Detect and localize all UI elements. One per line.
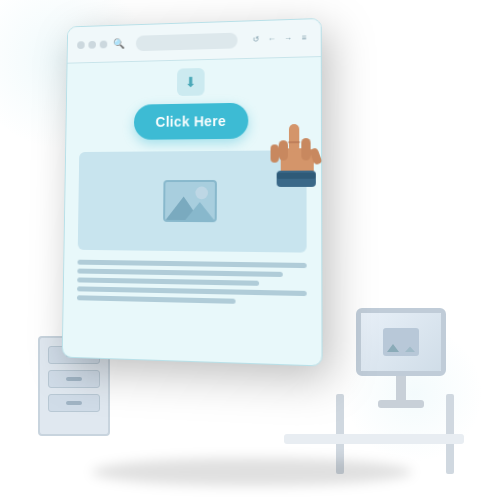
tl-dot-1 (77, 41, 85, 49)
monitor-screen (356, 308, 446, 376)
text-lines (77, 260, 307, 306)
cabinet-drawer-3 (48, 394, 100, 412)
cabinet-drawer-2 (48, 370, 100, 388)
traffic-lights (77, 40, 107, 49)
browser-topbar: 🔍 ↺ ← → ≡ (68, 19, 321, 64)
click-here-button[interactable]: Click Here (134, 103, 248, 140)
download-symbol: ⬇ (185, 74, 197, 90)
download-area: ⬇ (67, 57, 321, 102)
monitor-display (361, 313, 441, 371)
download-icon[interactable]: ⬇ (177, 68, 205, 96)
refresh-icon[interactable]: ↺ (250, 33, 262, 45)
monitor-base (378, 400, 424, 408)
text-line-1 (78, 260, 307, 268)
tl-dot-3 (100, 40, 108, 48)
browser-search-bar[interactable] (136, 32, 238, 51)
svg-rect-8 (271, 144, 279, 162)
svg-rect-12 (277, 173, 316, 179)
search-icon: 🔍 (113, 38, 125, 49)
scene-shadow (92, 458, 412, 486)
text-line-5 (77, 295, 236, 304)
svg-rect-7 (279, 140, 288, 160)
hand-cursor (260, 114, 343, 196)
text-line-4 (77, 286, 307, 296)
desk-surface (284, 434, 464, 444)
hand-cursor-svg (260, 114, 343, 196)
scene: 🔍 ↺ ← → ≡ ⬇ Click Here (0, 0, 504, 504)
image-frame (163, 180, 217, 222)
back-icon[interactable]: ← (266, 33, 278, 45)
tl-dot-2 (88, 40, 96, 48)
forward-icon[interactable]: → (282, 32, 294, 44)
monitor-image-icon (383, 328, 419, 356)
browser-toolbar: ↺ ← → ≡ (250, 32, 311, 46)
svg-point-1 (195, 187, 208, 200)
text-line-2 (77, 269, 282, 277)
text-line-3 (77, 277, 259, 285)
svg-rect-5 (289, 124, 299, 152)
svg-rect-6 (301, 138, 310, 160)
mountain-svg (165, 182, 215, 220)
browser-wrapper: 🔍 ↺ ← → ≡ ⬇ Click Here (62, 18, 323, 367)
menu-icon[interactable]: ≡ (298, 32, 310, 44)
